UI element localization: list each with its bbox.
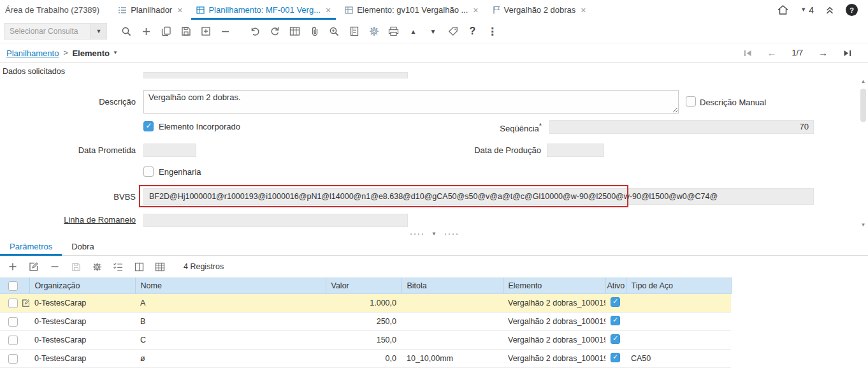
- linha-romaneio-field[interactable]: [143, 214, 408, 227]
- add-row-button[interactable]: [5, 259, 20, 274]
- tags-button[interactable]: [444, 22, 462, 41]
- edit-row-button[interactable]: [26, 259, 41, 274]
- last-record-button[interactable]: [843, 50, 851, 57]
- table-row[interactable]: 0-TestesCarap ø 0,0 10_10,00mm Vergalhão…: [0, 350, 731, 368]
- more-menu-button[interactable]: ⋮: [483, 22, 502, 41]
- breadcrumb-link-planilhamento[interactable]: Planilhamento: [6, 48, 59, 58]
- ativo-checkbox[interactable]: [611, 297, 620, 307]
- home-button[interactable]: [777, 4, 789, 15]
- row-editing-icon[interactable]: [22, 299, 29, 307]
- home-icon: [777, 4, 789, 15]
- engenharia-checkbox[interactable]: [143, 166, 154, 177]
- tab-dobra[interactable]: Dobra: [62, 238, 103, 255]
- sequencia-field[interactable]: 70: [549, 120, 814, 134]
- scroll-up-icon[interactable]: ▲: [859, 78, 867, 84]
- add-button[interactable]: [137, 22, 156, 41]
- ativo-checkbox[interactable]: [611, 334, 620, 344]
- col-nome[interactable]: Nome: [135, 278, 326, 294]
- spreadsheet-icon: [345, 6, 353, 14]
- log-button[interactable]: [345, 22, 363, 41]
- next-record-button[interactable]: →: [818, 48, 828, 58]
- attachments-button[interactable]: [305, 22, 324, 41]
- search-button[interactable]: [117, 22, 136, 41]
- cell-bitola: [401, 313, 503, 331]
- clipped-field[interactable]: [143, 72, 408, 78]
- data-prometida-field[interactable]: [143, 144, 196, 157]
- chevrons-up-icon: [825, 6, 834, 15]
- close-icon[interactable]: ×: [177, 6, 182, 15]
- cell-bitola: [401, 331, 503, 350]
- tab-elemento[interactable]: Elemento: gv101 Vergalhão ... ×: [338, 0, 485, 20]
- minus-icon: [50, 262, 59, 271]
- grid-settings-button[interactable]: [89, 259, 105, 274]
- add-record-button[interactable]: [196, 22, 215, 41]
- copy-button[interactable]: [157, 22, 175, 41]
- row-select-checkbox[interactable]: [8, 317, 18, 327]
- tab-vergalhao[interactable]: Vergalhão 2 dobras ×: [486, 0, 593, 20]
- tab-planilhamento[interactable]: Planilhamento: MF-001 Verg... ×: [189, 0, 338, 20]
- undo-button[interactable]: [246, 22, 264, 41]
- print-button[interactable]: [384, 22, 403, 41]
- descricao-manual-checkbox[interactable]: [686, 96, 696, 107]
- col-elemento[interactable]: Elemento: [503, 278, 605, 294]
- help-toolbar-button[interactable]: ?: [463, 22, 482, 41]
- ativo-checkbox[interactable]: [611, 316, 620, 325]
- cell-elemento: Vergalhão 2 dobras_1000193: [503, 313, 605, 331]
- table-row[interactable]: 0-TestesCarap B 250,0 Vergalhão 2 dobras…: [0, 313, 731, 331]
- close-icon[interactable]: ×: [473, 6, 478, 15]
- tab-label: Planilhamento: MF-001 Verg...: [208, 5, 321, 15]
- splitter-collapse-icon[interactable]: ▼: [431, 232, 437, 237]
- help-button[interactable]: ?: [846, 4, 858, 16]
- col-tipo-aco[interactable]: Tipo de Aço: [626, 278, 731, 294]
- scroll-down-icon[interactable]: ▼: [859, 222, 867, 228]
- collapse-all-button[interactable]: [825, 6, 834, 15]
- next-arrow-icon: →: [818, 47, 828, 58]
- prev-record-button[interactable]: ←: [767, 48, 777, 58]
- delete-row-button[interactable]: [47, 259, 62, 274]
- cell-organizacao: 0-TestesCarap: [29, 331, 135, 350]
- query-select-dropdown-button[interactable]: ▼: [90, 24, 106, 39]
- row-select-checkbox[interactable]: [8, 336, 18, 345]
- col-valor[interactable]: Valor: [326, 278, 401, 294]
- grid-view-button[interactable]: [286, 22, 304, 41]
- cell-elemento: Vergalhão 2 dobras_1000193: [503, 331, 605, 350]
- paperclip-icon: [310, 26, 320, 37]
- col-ativo[interactable]: Ativo: [605, 278, 626, 294]
- breadcrumb-current-dropdown[interactable]: Elemento ▼: [72, 48, 117, 58]
- bvbs-field[interactable]: BF2D@Hj1000001@r1000193@i1000016@pN1@l14…: [143, 188, 814, 205]
- form-scrollbar[interactable]: ▲ ▼: [859, 78, 867, 228]
- more-actions-dropdown-button[interactable]: ▼: [424, 22, 442, 41]
- col-organizacao[interactable]: Organização: [29, 278, 135, 294]
- table-row[interactable]: 0-TestesCarap A 1.000,0 Vergalhão 2 dobr…: [0, 294, 731, 313]
- tab-planilhador[interactable]: Planilhador ×: [111, 0, 189, 20]
- first-record-button[interactable]: [744, 50, 752, 57]
- open-tabs-dropdown[interactable]: ▼ 4: [800, 5, 814, 15]
- elemento-incorporado-checkbox[interactable]: [143, 121, 154, 131]
- zoom-button[interactable]: [325, 22, 344, 41]
- close-icon[interactable]: ×: [326, 6, 331, 15]
- workspace-tab[interactable]: Área de Trabalho (27389): [5, 0, 99, 20]
- multi-select-button[interactable]: [110, 259, 126, 274]
- row-select-checkbox[interactable]: [8, 354, 18, 364]
- scrollbar-thumb[interactable]: [860, 89, 866, 122]
- splitter[interactable]: ▼: [0, 230, 868, 238]
- tab-parametros[interactable]: Parâmetros: [0, 238, 62, 255]
- settings-button[interactable]: [365, 22, 383, 41]
- close-icon[interactable]: ×: [581, 6, 586, 15]
- select-all-checkbox[interactable]: [8, 281, 18, 291]
- remove-button[interactable]: [216, 22, 235, 41]
- linha-romaneio-label[interactable]: Linha de Romaneio: [0, 215, 136, 225]
- grid-layout-button[interactable]: [152, 259, 168, 274]
- move-up-button[interactable]: ▲: [404, 22, 423, 41]
- ativo-checkbox[interactable]: [611, 353, 620, 362]
- query-select[interactable]: Selecionar Consulta ▼: [4, 23, 107, 40]
- table-row[interactable]: 0-TestesCarap C 150,0 Vergalhão 2 dobras…: [0, 331, 731, 350]
- save-rows-button[interactable]: [68, 259, 83, 274]
- col-bitola[interactable]: Bitola: [401, 278, 503, 294]
- column-config-button[interactable]: [131, 259, 147, 274]
- refresh-button[interactable]: [266, 22, 284, 41]
- row-select-checkbox[interactable]: [8, 299, 18, 308]
- descricao-textarea[interactable]: Vergalhão com 2 dobras.: [143, 90, 679, 114]
- data-producao-field[interactable]: [547, 144, 604, 157]
- save-button[interactable]: [177, 22, 195, 41]
